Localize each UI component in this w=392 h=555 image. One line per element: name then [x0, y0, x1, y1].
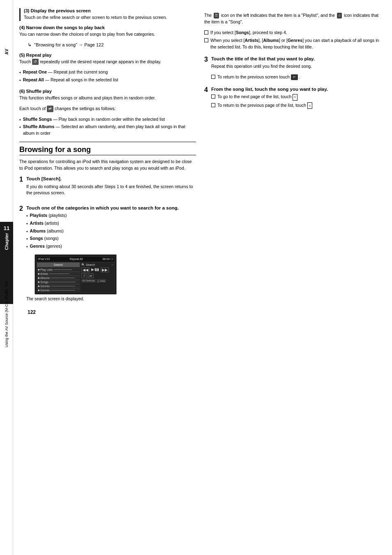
bullet-icon: •: [26, 221, 28, 227]
screenshot-inner: iPod V10 Repeat All 08:04 ☐ Search ■ Pla…: [36, 256, 115, 293]
circle-open-icon: ↳: [28, 42, 32, 48]
step-2-artists: • Artists (artists): [26, 220, 196, 227]
bullet-icon: •: [26, 236, 28, 242]
ss-search-icon: 🔍: [81, 263, 85, 267]
shuffle-songs-item: • Shuffle Songs — Play back songs in ran…: [19, 116, 196, 123]
section-3-header: (3) Display the previous screen: [24, 8, 196, 13]
ss-ipod-label: iPod V10: [38, 258, 50, 261]
using-label: Using the AV Source (M-CD, iPod®, TV): [5, 281, 9, 347]
step-2-genres: • Genres (genres): [26, 243, 196, 250]
right-intro: The ☰ icon on the left indicates that th…: [204, 12, 381, 25]
ss-repeat-btn: ⇄: [88, 273, 94, 278]
ss-right-panel: 🔍 Search ─ ◀◀ ▶/▮▮ ▶▶: [81, 263, 114, 292]
repeat-one-item: • Repeat One — Repeat just the current s…: [19, 69, 196, 76]
step-2-number: 2: [19, 205, 23, 212]
step-4-content: From the song list, touch the song you w…: [211, 86, 381, 111]
checkbox-icon: [204, 38, 208, 42]
step-2: 2 Touch one of the categories in which y…: [19, 205, 196, 301]
page-number: 122: [28, 309, 196, 315]
step-2-caption: The search screen is displayed.: [26, 297, 196, 301]
step-4: 4 From the song list, touch the song you…: [204, 86, 381, 111]
checkbox-icon: [211, 103, 215, 107]
ss-genres2-item: ■ Genres ────────────: [37, 288, 80, 292]
bullet-icon: •: [19, 69, 21, 76]
section-4-ref: ↳ "Browsing for a song" → Page 122: [28, 42, 196, 48]
section-6-header: (6) Shuffle play: [19, 89, 196, 94]
section-3: (3) Display the previous screen Touch on…: [19, 8, 196, 21]
bullet-icon: •: [26, 213, 28, 219]
ss-left-panel: Search ■ Play Lists ───────── ■ Artists …: [37, 263, 80, 292]
song-icon: ♫: [337, 13, 342, 18]
return-icon: ↵: [291, 74, 298, 80]
section-5: (5) Repeat play Touch ↺ repeatedly until…: [19, 53, 196, 84]
bullet-icon: •: [26, 228, 28, 235]
step-3-body: Repeat this operation until you find the…: [211, 63, 381, 70]
section-6-body: This function shuffles songs or albums a…: [19, 95, 196, 101]
right-checkbox-1: If you select [Songs], proceed to step 4…: [204, 30, 381, 36]
right-intro-2: icon on the left indicates that the item…: [221, 13, 336, 18]
section-4-header: (4) Narrow down the songs to play back: [19, 25, 196, 30]
step-1-number: 1: [19, 175, 23, 183]
ss-play-btn: ▶/▮▮: [90, 267, 100, 272]
step-2-albums: • Albums (albums): [26, 228, 196, 235]
right-checkbox-2: When you select [Artists], [Albums] or […: [204, 37, 381, 51]
right-intro-1: The: [204, 13, 213, 18]
sidebar: AV 11 Chapter Using the AV Source (M-CD,…: [0, 0, 13, 555]
step-3: 3 Touch the title of the list that you w…: [204, 55, 381, 82]
step-4-title: From the song list, touch the song you w…: [211, 86, 381, 92]
main-content: (3) Display the previous screen Touch on…: [13, 0, 392, 555]
step-1-body: If you do nothing about 30 seconds after…: [26, 184, 196, 197]
av-label: AV: [4, 48, 9, 55]
ss-songs-item: ■ Songs ─────────────: [37, 280, 80, 284]
step-4-number: 4: [204, 86, 208, 94]
browsing-title: Browsing for a song: [19, 145, 196, 155]
ss-prev-btn: ◀◀: [81, 267, 90, 272]
browsing-intro: The operations for controlling an iPod w…: [19, 159, 196, 172]
section-5-body: Touch ↺ repeatedly until the desired rep…: [19, 59, 196, 65]
step-1-content: Touch [Search]. If you do nothing about …: [26, 175, 196, 200]
step-3-title: Touch the title of the list that you wan…: [211, 55, 381, 62]
ss-artists-item: ■ Artists ──────────: [37, 272, 80, 276]
step-2-songs: • Songs (songs): [26, 235, 196, 242]
section-6: (6) Shuffle play This function shuffles …: [19, 89, 196, 137]
shuffle-albums-item: • Shuffle Albums — Selected an album ran…: [19, 124, 196, 137]
step-4-prev-page: To return to the previous page of the li…: [211, 102, 381, 109]
ss-hide-btn: △ Hide: [97, 279, 106, 283]
step-3-number: 3: [204, 55, 208, 63]
ss-search-row: 🔍 Search ─: [81, 263, 113, 267]
repeat-all-item: • Repeat All — Repeat all songs in the s…: [19, 77, 196, 84]
ss-shuffle-btn: ↺: [81, 273, 87, 278]
chapter-label: Chapter: [4, 233, 9, 250]
step-4-next-page: To go to the next page of the list, touc…: [211, 94, 381, 100]
checkbox-icon: [211, 75, 215, 79]
right-column: The ☰ icon on the left indicates that th…: [204, 8, 381, 547]
ss-next-btn: ▶▶: [101, 267, 109, 272]
step-2-title: Touch one of the categories in which you…: [26, 205, 196, 211]
checkbox-icon: [204, 30, 208, 35]
step-1: 1 Touch [Search]. If you do nothing abou…: [19, 175, 196, 200]
left-column: (3) Display the previous screen Touch on…: [19, 8, 196, 547]
ss-playlist-item: ■ Play Lists ─────────: [37, 268, 80, 272]
shuffle-icon: ⇄: [47, 106, 53, 112]
ss-repeat-label: Repeat All: [69, 258, 83, 261]
step-1-title: Touch [Search].: [26, 175, 196, 182]
ss-time-label: 08:04 ☐: [102, 258, 113, 261]
ss-search-btn: Search: [37, 263, 80, 267]
ss-content: Search ■ Play Lists ───────── ■ Artists …: [37, 263, 114, 292]
chapter-number: 11: [4, 225, 9, 231]
section-5-header: (5) Repeat play: [19, 53, 196, 58]
playlist-icon: ☰: [214, 13, 219, 18]
bullet-icon: •: [19, 124, 21, 131]
bullet-icon: •: [19, 117, 21, 123]
separator: [19, 142, 196, 142]
section-6-body2: Each touch of ⇄ changes the settings as …: [19, 106, 196, 112]
ss-av-settings: AV-Settings: [81, 279, 96, 283]
ss-dash: ─: [111, 263, 113, 266]
step-4-prev-text: To return to the previous page of the li…: [217, 103, 307, 108]
screenshot-box: iPod V10 Repeat All 08:04 ☐ Search ■ Pla…: [35, 254, 117, 295]
step-4-next-text: To go to the next page of the list, touc…: [217, 94, 293, 99]
bullet-icon: •: [26, 244, 28, 250]
section-4: (4) Narrow down the songs to play back Y…: [19, 25, 196, 48]
step-3-period: .: [299, 74, 300, 79]
section-4-ref-text: "Browsing for a song" → Page 122: [34, 42, 104, 47]
